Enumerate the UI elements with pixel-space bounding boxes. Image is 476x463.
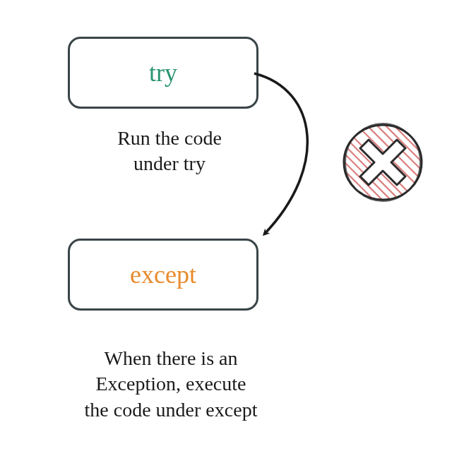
try-caption: Run the code under try bbox=[71, 126, 268, 177]
except-label: except bbox=[130, 260, 196, 289]
try-label: try bbox=[149, 58, 177, 88]
try-box: try bbox=[68, 37, 258, 109]
except-caption: When there is an Exception, execute the … bbox=[30, 346, 312, 423]
cross-mark-icon bbox=[340, 120, 425, 205]
except-box: except bbox=[68, 239, 258, 311]
